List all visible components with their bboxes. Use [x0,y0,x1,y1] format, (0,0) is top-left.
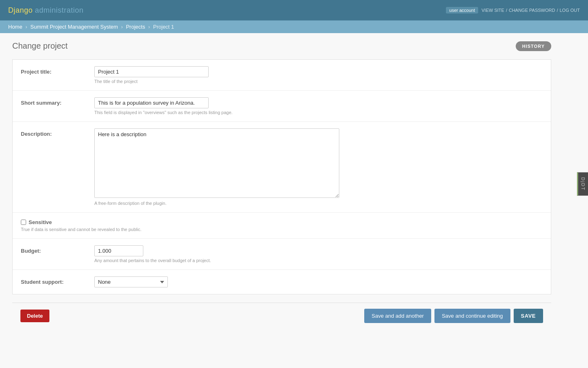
description-label: Description: [21,128,86,137]
sensitive-label[interactable]: Sensitive [21,219,543,225]
log-out-link[interactable]: LOG OUT [559,8,580,13]
content-header: Change project HISTORY [12,41,551,51]
site-title-rest: administration [33,6,84,14]
user-tools: user account VIEW SITE / CHANGE PASSWORD… [446,7,580,13]
sensitive-row: Sensitive True if data is sensitive and … [13,213,551,239]
description-help: A free-form description of the plugin. [94,201,543,206]
short-summary-label: Short summary: [21,97,86,106]
breadcrumb: Home › Summit Project Management System … [0,20,588,33]
page-title: Change project [12,41,68,51]
change-password-link[interactable]: CHANGE PASSWORD [509,8,555,13]
project-title-row: Project title: The title of the project [13,60,551,91]
breadcrumb-home[interactable]: Home [8,24,22,30]
description-field: Here is a description A free-form descri… [94,128,543,206]
student-support-field: None Basic Full [94,276,543,287]
budget-row: Budget: Any amount that pertains to the … [13,239,551,270]
delete-button[interactable]: Delete [20,310,49,322]
site-title-yellow: Django [8,6,33,14]
save-button[interactable]: SAVE [514,309,543,323]
short-summary-row: Short summary: This field is displayed i… [13,91,551,122]
budget-label: Budget: [21,245,86,254]
main-content: Change project HISTORY Project title: Th… [0,33,564,337]
budget-field: Any amount that pertains to the overall … [94,245,543,263]
budget-help: Any amount that pertains to the overall … [94,258,543,263]
view-site-link[interactable]: VIEW SITE [481,8,504,13]
djdt-sidebar[interactable]: DjDT [577,172,588,195]
description-textarea[interactable]: Here is a description [94,128,339,198]
save-buttons: Save and add another Save and continue e… [364,309,543,323]
history-button[interactable]: HISTORY [516,41,551,51]
short-summary-input[interactable] [94,97,209,108]
project-title-label: Project title: [21,66,86,75]
sensitive-help: True if data is sensitive and cannot be … [21,227,543,232]
site-title: Django administration [8,6,84,15]
project-title-input[interactable] [94,66,209,77]
submit-row: Delete Save and add another Save and con… [12,303,551,329]
breadcrumb-app[interactable]: Summit Project Management System [30,24,118,30]
short-summary-help: This field is displayed in "overviews" s… [94,110,543,115]
save-add-button[interactable]: Save and add another [364,309,431,323]
student-support-label: Student support: [21,276,86,285]
student-support-row: Student support: None Basic Full [13,270,551,294]
change-form: Project title: The title of the project … [12,59,551,294]
sensitive-label-text: Sensitive [29,219,52,225]
project-title-help: The title of the project [94,79,543,84]
project-title-field: The title of the project [94,66,543,84]
sensitive-checkbox[interactable] [21,220,26,225]
budget-input[interactable] [94,245,143,256]
description-row: Description: Here is a description A fre… [13,122,551,213]
breadcrumb-model[interactable]: Projects [126,24,145,30]
save-continue-button[interactable]: Save and continue editing [434,309,510,323]
header: Django administration user account VIEW … [0,0,588,20]
username-display: user account [446,7,478,13]
student-support-select[interactable]: None Basic Full [94,276,168,287]
breadcrumb-current: Project 1 [153,24,174,30]
short-summary-field: This field is displayed in "overviews" s… [94,97,543,115]
